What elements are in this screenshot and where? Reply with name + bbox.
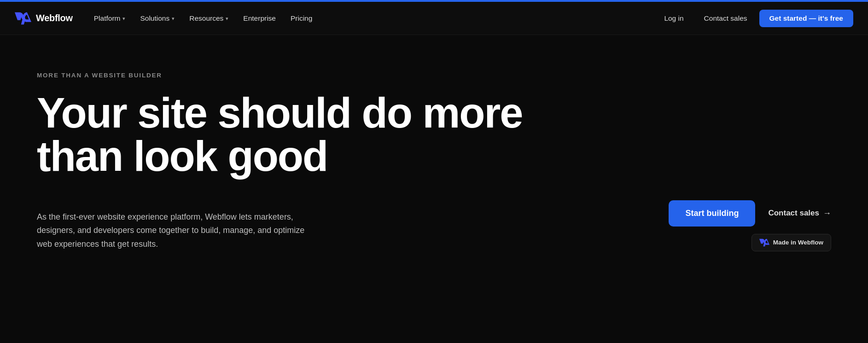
hero-body: As the first-ever website experience pla… <box>37 210 313 251</box>
get-started-nav-button[interactable]: Get started — it's free <box>759 10 853 27</box>
nav-items: Platform ▾ Solutions ▾ Resources ▾ Enter… <box>87 11 656 26</box>
nav-item-resources[interactable]: Resources ▾ <box>183 11 235 26</box>
hero-bottom-row: As the first-ever website experience pla… <box>37 200 831 251</box>
nav-item-pricing[interactable]: Pricing <box>284 11 319 26</box>
nav-item-platform[interactable]: Platform ▾ <box>87 11 132 26</box>
login-button[interactable]: Log in <box>656 11 692 26</box>
hero-headline: Your site should do more than look good <box>37 92 543 178</box>
webflow-small-logo-icon <box>759 238 769 247</box>
arrow-right-icon: → <box>823 209 831 218</box>
chevron-down-icon: ▾ <box>122 16 125 22</box>
navbar: Webflow Platform ▾ Solutions ▾ Resources… <box>0 2 868 35</box>
logo-text: Webflow <box>36 13 73 23</box>
made-in-webflow-badge[interactable]: Made in Webflow <box>751 234 831 251</box>
webflow-logo-icon <box>15 12 31 25</box>
nav-item-solutions[interactable]: Solutions ▾ <box>134 11 181 26</box>
nav-right: Log in Contact sales Get started — it's … <box>656 10 853 27</box>
hero-btn-col: Start building Contact sales → Made in W… <box>669 200 831 251</box>
chevron-down-icon: ▾ <box>226 16 228 22</box>
contact-sales-nav-button[interactable]: Contact sales <box>696 11 756 26</box>
contact-sales-hero-button[interactable]: Contact sales → <box>768 209 831 218</box>
start-building-button[interactable]: Start building <box>669 200 755 227</box>
hero-section: MORE THAN A WEBSITE BUILDER Your site sh… <box>0 35 868 279</box>
nav-item-enterprise[interactable]: Enterprise <box>237 11 282 26</box>
logo-link[interactable]: Webflow <box>15 12 73 25</box>
chevron-down-icon: ▾ <box>172 16 175 22</box>
made-in-webflow-label: Made in Webflow <box>773 239 823 246</box>
hero-eyebrow: MORE THAN A WEBSITE BUILDER <box>37 72 831 79</box>
